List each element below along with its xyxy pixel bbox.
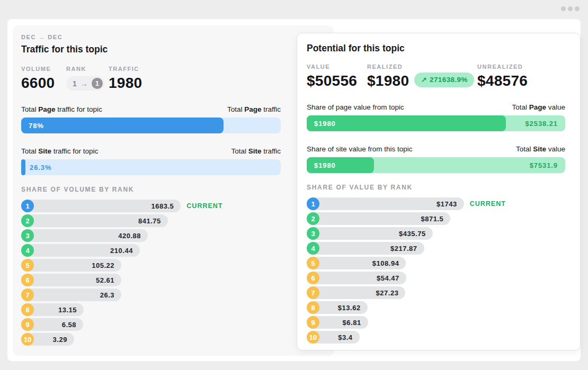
rank-bar: 1 $1743: [307, 197, 464, 210]
rank-value: $3.4: [338, 333, 352, 341]
site-value-right-label: Total Site value: [516, 145, 565, 153]
realized-value: $1980: [367, 73, 409, 89]
rank-bar: 6 $54.47: [307, 272, 406, 284]
page-value-left-label: Share of page value from topic: [307, 103, 404, 111]
rank-value: 210.44: [110, 247, 133, 255]
page-traffic-bar: 78%: [21, 118, 281, 133]
volume-stat: VOLUME 6600: [21, 66, 66, 92]
window-dot-icon: [561, 6, 566, 11]
rank-row: 8 13.15: [21, 303, 281, 316]
rank-badge: 4: [307, 242, 319, 255]
unrealized-label: UNREALIZED: [477, 64, 528, 70]
rank-badge: 7: [21, 288, 34, 301]
traffic-stat: TRAFFIC 1980: [109, 66, 142, 92]
rank-change-pill: 1 → 1: [66, 76, 104, 91]
rank-bar: 2 841.75: [21, 214, 168, 227]
rank-badge: 3: [21, 229, 34, 242]
rank-badge: 2: [307, 212, 319, 225]
rank-bar: 3 $435.75: [307, 227, 433, 240]
rank-bar: 6 52.61: [21, 274, 121, 286]
potential-panel-title: Potential for this topic: [307, 43, 565, 54]
volume-label: VOLUME: [21, 66, 66, 72]
rank-bar: 7 $27.23: [307, 286, 405, 299]
rank-badge: 1: [21, 200, 34, 212]
rank-badge: 8: [307, 301, 319, 314]
rank-row: 5 105.22: [21, 259, 281, 272]
page-traffic-right-label: Total Page traffic: [227, 105, 281, 113]
unrealized-value: $48576: [477, 73, 528, 89]
site-traffic-bar-group: Total Site traffic for topic Total Site …: [21, 147, 281, 175]
window-dot-icon: [568, 6, 573, 11]
rank-value: $13.62: [338, 304, 361, 312]
site-word-bold: Site: [248, 147, 262, 155]
rank-badge: 5: [21, 259, 34, 272]
volume-value: 6600: [21, 75, 66, 92]
rank-value: 13.15: [58, 306, 77, 314]
site-value-amount: $1980: [307, 161, 336, 169]
page-traffic-fill: 78%: [21, 118, 224, 133]
rank-bar: 4 $217.87: [307, 242, 424, 255]
rank-row: 1 $1743 CURRENT: [307, 197, 565, 210]
rank-row: 10 3.29: [21, 333, 281, 346]
rank-badge: 7: [307, 286, 319, 299]
rank-value: 1683.5: [151, 202, 174, 210]
rank-to-badge: 1: [92, 78, 103, 89]
site-value-fill: $1980: [307, 157, 374, 173]
rank-badge: 1: [307, 197, 319, 210]
rank-badge: 8: [21, 303, 34, 316]
rank-stat: RANK 1 → 1: [66, 66, 109, 92]
rank-value: $217.87: [390, 245, 417, 252]
rank-badge: 5: [307, 257, 319, 269]
rank-row: 10 $3.4: [307, 331, 565, 344]
rank-badge: 6: [21, 274, 34, 286]
rank-badge: 3: [307, 227, 319, 240]
rank-badge: 2: [21, 214, 34, 227]
page-word-bold: Page: [244, 105, 261, 113]
site-value-bar: $1980 $7531.9: [307, 157, 565, 173]
arrow-right-icon: →: [81, 79, 88, 88]
rank-bar: 10 $3.4: [307, 331, 360, 344]
rank-from: 1: [73, 79, 77, 88]
value-rank-heading: SHARE OF VALUE BY RANK: [307, 184, 565, 191]
rank-row: 6 52.61: [21, 274, 281, 286]
rank-value: $108.94: [372, 259, 399, 267]
rank-row: 4 $217.87: [307, 242, 565, 255]
rank-value: $1743: [436, 200, 457, 208]
rank-row: 3 420.88: [21, 229, 281, 242]
rank-value: $27.23: [376, 289, 399, 297]
rank-row: 9 $6.81: [307, 316, 565, 329]
potential-stats-row: VALUE $50556 REALIZED $1980 ↗ 271638.9%: [307, 64, 565, 89]
site-word-bold: Site: [533, 145, 546, 153]
traffic-panel-title: Traffic for this topic: [21, 44, 281, 55]
rank-row: 4 210.44: [21, 244, 281, 257]
page-word-bold: Page: [38, 105, 55, 113]
page-value-right-label: Total Page value: [512, 103, 565, 111]
site-word-bold: Site: [38, 147, 51, 155]
page-value-bar-group: Share of page value from topic Total Pag…: [307, 103, 565, 131]
rank-row: 8 $13.62: [307, 301, 565, 314]
value-value: $50556: [307, 73, 367, 89]
rank-badge: 4: [21, 244, 34, 257]
value-label: VALUE: [307, 64, 367, 70]
site-traffic-pct: 26.3%: [30, 159, 51, 175]
rank-row: 2 841.75: [21, 214, 281, 227]
window-titlebar: [0, 0, 588, 19]
rank-label: RANK: [66, 66, 109, 72]
site-traffic-left-label: Total Site traffic for topic: [21, 147, 98, 155]
rank-badge: 10: [307, 331, 319, 344]
rank-value: 420.88: [118, 232, 141, 240]
rank-bar: 7 26.3: [21, 288, 121, 301]
page-value-bar: $1980 $2538.21: [307, 115, 565, 131]
site-value-left-label: Share of site value from this topic: [307, 145, 413, 153]
rank-badge: 6: [307, 272, 319, 284]
traffic-label: TRAFFIC: [109, 66, 142, 72]
rank-bar: 8 $13.62: [307, 301, 368, 314]
traffic-stats-row: VOLUME 6600 RANK 1 → 1 TRAFFIC 1980: [21, 66, 281, 92]
rank-bar: 2 $871.5: [307, 212, 450, 225]
rank-badge: 9: [21, 318, 34, 331]
rank-row: 1 1683.5 CURRENT: [21, 200, 281, 212]
unrealized-stat: UNREALIZED $48576: [477, 64, 528, 89]
volume-rank-list: 1 1683.5 CURRENT 2 841.75 3: [21, 200, 281, 346]
main-canvas: DEC → DEC Traffic for this topic VOLUME …: [7, 19, 581, 361]
potential-panel: Potential for this topic VALUE $50556 RE…: [297, 33, 581, 350]
